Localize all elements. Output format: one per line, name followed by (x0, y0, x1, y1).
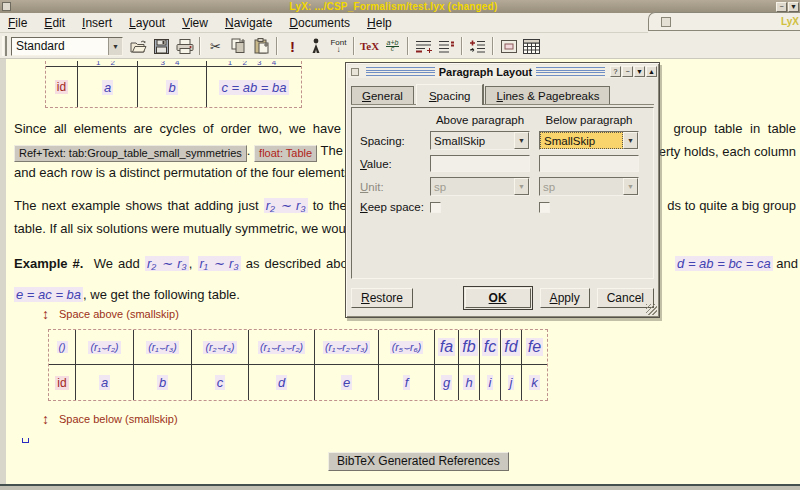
menu-insert[interactable]: Insert (74, 14, 121, 32)
bibtex-inset-chip[interactable]: BibTeX Generated References (328, 452, 509, 471)
table-cell[interactable]: fe (522, 330, 547, 365)
cut-icon[interactable]: ✂ (205, 36, 226, 57)
insert-figure-icon[interactable] (498, 36, 519, 57)
emphasis-icon[interactable]: ! (282, 36, 303, 57)
dialog-unshade-button[interactable]: ▲ (646, 66, 657, 77)
table-cell[interactable]: g (435, 365, 459, 400)
inline-math[interactable]: r₁ ∼ r₃ (198, 256, 241, 271)
table-cell[interactable]: id (46, 67, 78, 107)
menu-view[interactable]: View (174, 14, 217, 32)
chevron-down-icon[interactable]: ▼ (514, 132, 529, 149)
inline-math[interactable]: e = ac = ba (14, 287, 83, 302)
save-icon[interactable] (151, 36, 172, 57)
window-title: LyX: .../CSP_Formalism/test.lyx (changed… (11, 1, 776, 12)
resize-grip[interactable] (646, 304, 657, 315)
table-cell[interactable]: c = ab = ba (207, 67, 301, 107)
insert-footnote-icon[interactable] (413, 36, 434, 57)
menu-file[interactable]: File (0, 14, 36, 32)
tab-general[interactable]: General (351, 86, 414, 104)
apply-button[interactable]: Apply (540, 288, 590, 308)
table-cell[interactable]: () (49, 330, 76, 365)
table-cell[interactable]: a (76, 365, 134, 400)
table-cell[interactable]: b (134, 365, 192, 400)
table-cell[interactable]: (r₁⌣r₃⌣r₂) (249, 330, 315, 365)
background-window-menu-icon[interactable] (661, 17, 671, 27)
table-cell[interactable]: k (522, 365, 547, 400)
insert-table-icon[interactable] (521, 36, 542, 57)
toolbar-separator (492, 37, 494, 55)
dialog-help-button[interactable]: ? (610, 66, 621, 77)
open-file-icon[interactable] (128, 36, 149, 57)
spacing-above-combo[interactable]: SmallSkip ▼ (430, 131, 530, 150)
menu-layout[interactable]: Layout (121, 14, 174, 32)
dialog-shade-button[interactable]: ▼ (634, 66, 645, 77)
free-font-icon[interactable]: Font↓ (328, 36, 349, 57)
ref-inset-chip[interactable]: Ref+Text: tab:Group_table_small_symmetri… (14, 145, 247, 162)
table-cell[interactable]: c (192, 365, 249, 400)
change-depth-icon[interactable] (467, 36, 488, 57)
spacing-below-combo[interactable]: SmallSkip ▼ (539, 131, 639, 150)
table-cell[interactable]: id (49, 365, 76, 400)
dialog-titlebar[interactable]: Paragraph Layout ? − ▼ ▲ (348, 65, 657, 78)
keep-space-below-checkbox[interactable] (539, 202, 550, 213)
maximize-button[interactable]: ▼ (788, 2, 799, 12)
inline-math[interactable]: d = ab = bc = ca (675, 256, 773, 271)
float-inset-chip[interactable]: float: Table (254, 145, 317, 162)
paste-icon[interactable] (251, 36, 272, 57)
dialog-menu-icon[interactable] (351, 68, 359, 76)
paragraph-style-combo[interactable]: Standard ▼ (11, 37, 123, 56)
tab-spacing[interactable]: Spacing (416, 84, 484, 105)
keep-space-above-checkbox[interactable] (430, 202, 441, 213)
table-cell[interactable]: (r₁⌣r₃) (134, 330, 192, 365)
math-mode-icon[interactable]: a+bc (382, 36, 403, 57)
inline-math[interactable]: r₂ ∼ r₃ (264, 198, 308, 213)
table-cell[interactable]: (r₅⌣r₆) (379, 330, 435, 365)
menu-documents[interactable]: Documents (281, 14, 359, 32)
insert-margin-note-icon[interactable] (436, 36, 457, 57)
window-menu-icon[interactable] (2, 2, 11, 11)
minimize-button[interactable]: − (776, 2, 787, 12)
toolbar-handle[interactable] (2, 36, 7, 56)
background-window-titlebar[interactable]: LyX (648, 12, 800, 31)
menu-help[interactable]: Help (359, 14, 401, 32)
table-cell[interactable]: h (459, 365, 480, 400)
table-cell[interactable]: (r₂⌣r₃) (192, 330, 249, 365)
chevron-down-icon[interactable]: ▼ (108, 38, 122, 55)
window-bottom-border (0, 484, 800, 490)
unit-above-combo: sp ▼ (430, 177, 530, 196)
value-above-input[interactable] (430, 155, 530, 172)
table-cell[interactable]: a (78, 67, 138, 107)
dialog-minimize-button[interactable]: − (622, 66, 633, 77)
group-table[interactable]: () (r₁⌣r₂) (r₁⌣r₃) (r₂⌣r₃) (r₁⌣r₃⌣r₂) (r… (48, 329, 548, 401)
ok-button[interactable]: OK (465, 288, 531, 308)
table-cell[interactable]: fc (480, 330, 501, 365)
print-icon[interactable] (174, 36, 195, 57)
value-below-input[interactable] (539, 155, 639, 172)
table-cell[interactable]: b (138, 67, 207, 107)
value-label: Value: (360, 158, 430, 170)
table-cell[interactable]: fd (501, 330, 522, 365)
table-cell[interactable]: (r₁⌣r₂⌣r₃) (315, 330, 379, 365)
tex-mode-icon[interactable]: TeX (359, 36, 380, 57)
inline-math[interactable]: r₂ ∼ r₃ (145, 256, 189, 271)
lyx-window: LyX: .../CSP_Formalism/test.lyx (changed… (0, 0, 800, 490)
table-cell[interactable]: i (480, 365, 501, 400)
restore-button[interactable]: Restore (351, 288, 413, 308)
partial-group-table[interactable]: 1 2 3 4 1 2 3 4 id a b c = ab = ba (45, 61, 302, 108)
toolbar: Standard ▼ ✂ ! Font↓ TeX a+b (0, 34, 800, 59)
menubar: File Edit Insert Layout View Navigate Do… (0, 13, 648, 33)
chevron-down-icon[interactable]: ▼ (623, 132, 638, 149)
menu-edit[interactable]: Edit (36, 14, 74, 32)
table-cell[interactable]: fb (459, 330, 480, 365)
table-cell[interactable]: j (501, 365, 522, 400)
table-cell[interactable]: fa (435, 330, 459, 365)
table-cell[interactable]: (r₁⌣r₂) (76, 330, 134, 365)
table-cell[interactable]: e (315, 365, 379, 400)
copy-icon[interactable] (228, 36, 249, 57)
table-cell[interactable]: f (379, 365, 435, 400)
dialog-title: Paragraph Layout (439, 66, 533, 78)
menu-navigate[interactable]: Navigate (217, 14, 281, 32)
tab-lines-pagebreaks[interactable]: Lines & Pagebreaks (485, 86, 610, 104)
table-cell[interactable]: d (249, 365, 315, 400)
noun-style-icon[interactable] (305, 36, 326, 57)
